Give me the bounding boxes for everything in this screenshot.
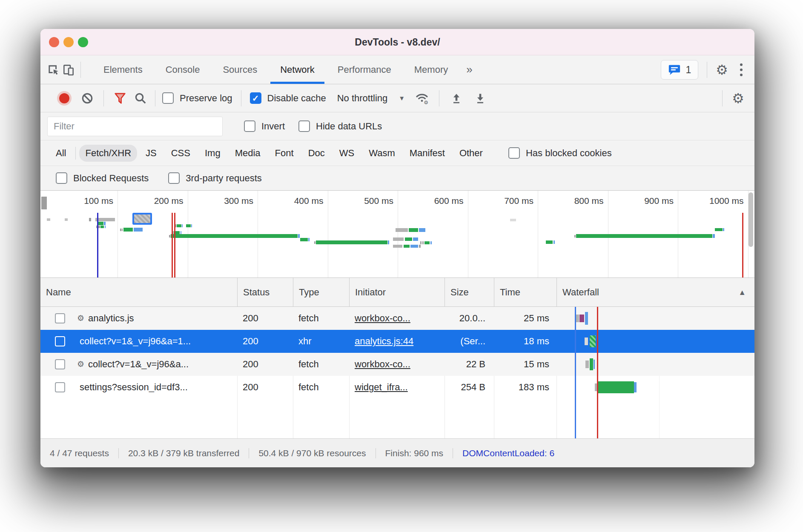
hide-data-urls-checkbox[interactable] [298,120,310,132]
cell-size: (Ser... [445,330,494,353]
overview-tick-label: 800 ms [574,196,608,208]
cell-initiator[interactable]: widget_ifra... [349,376,445,399]
type-filter-wasm[interactable]: Wasm [363,145,401,162]
type-filter-other[interactable]: Other [453,145,489,162]
overview-tick-label: 100 ms [84,196,118,208]
overview-request-bar [546,240,553,244]
clear-network-log-icon[interactable] [77,88,98,109]
disable-cache-control[interactable]: ✓ Disable cache [250,92,326,104]
filter-funnel-icon[interactable] [110,88,130,109]
load-event-marker [597,307,598,438]
waterfall-bar [590,358,593,370]
divider [75,147,76,160]
type-filter-doc[interactable]: Doc [302,145,331,162]
network-settings-gear-icon[interactable]: ⚙ [732,92,744,105]
overview-request-bar [430,241,432,244]
invert-control[interactable]: Invert [244,120,285,132]
blocked-requests-control[interactable]: Blocked Requests [56,172,149,184]
overview-request-bar [510,219,516,221]
request-row[interactable]: ⚙analytics.js200fetchworkbox-co...20.0..… [40,307,754,330]
more-tabs-chevron[interactable]: » [459,63,479,76]
blocked-requests-checkbox[interactable] [56,172,67,184]
network-overview-timeline[interactable]: 100 ms200 ms300 ms400 ms500 ms600 ms700 … [40,191,754,278]
cell-initiator[interactable]: workbox-co... [349,353,445,376]
column-header-size[interactable]: Size [445,278,494,307]
tab-performance[interactable]: Performance [326,55,403,84]
disable-cache-checkbox[interactable]: ✓ [250,92,261,104]
cell-time: 183 ms [494,376,556,399]
request-row[interactable]: ⚙collect?v=1&_v=j96&a...200fetchworkbox-… [40,353,754,376]
waterfall-bar [585,360,589,368]
divider [103,90,104,106]
type-filter-js[interactable]: JS [140,145,163,162]
overview-request-bar [120,229,121,231]
column-header-time[interactable]: Time [494,278,556,307]
preserve-log-control[interactable]: Preserve log [162,92,232,104]
overview-request-bar [47,218,50,221]
waterfall-bar [634,382,637,392]
tab-network[interactable]: Network [269,55,326,84]
row-checkbox[interactable] [55,382,65,392]
export-har-icon[interactable] [470,88,490,109]
inspect-element-icon[interactable] [46,62,61,77]
overview-tick-label: 200 ms [154,196,188,208]
overview-request-bar [424,241,430,244]
network-conditions-icon[interactable]: ⚙ [412,88,432,109]
window-title: DevTools - v8.dev/ [40,29,754,55]
request-row[interactable]: settings?session_id=df3...200fetchwidget… [40,376,754,399]
overview-request-bar [316,240,387,244]
sort-ascending-icon[interactable]: ▲ [738,278,746,307]
divider [439,90,439,106]
tab-console[interactable]: Console [154,55,212,84]
cell-initiator[interactable]: analytics.js:44 [349,330,445,353]
overview-scrollbar-thumb[interactable] [749,192,753,247]
settings-gear-icon[interactable]: ⚙ [716,63,728,77]
search-icon[interactable] [130,88,151,109]
request-row[interactable]: collect?v=1&_v=j96&a=1...200xhranalytics… [40,330,754,353]
overview-request-bar [104,222,106,225]
third-party-requests-control[interactable]: 3rd-party requests [168,172,262,184]
waterfall-bar [579,315,584,322]
main-menu-kebab-icon[interactable] [737,62,746,78]
divider [707,62,707,78]
type-filter-fetch-xhr[interactable]: Fetch/XHR [79,145,137,162]
row-checkbox[interactable] [55,336,65,346]
type-filter-img[interactable]: Img [199,145,227,162]
issues-button[interactable]: 1 [661,60,699,80]
cell-size: 22 B [445,353,494,376]
waterfall-bar [598,381,634,393]
type-filter-font[interactable]: Font [269,145,300,162]
record-network-log-button[interactable] [59,93,69,103]
column-header-status[interactable]: Status [237,278,293,307]
hide-data-urls-control[interactable]: Hide data URLs [298,120,382,132]
filter-input[interactable] [47,117,223,136]
throttling-dropdown[interactable]: No throttling ▼ [337,93,405,104]
tab-sources[interactable]: Sources [211,55,269,84]
third-party-requests-checkbox[interactable] [168,172,180,184]
type-filter-ws[interactable]: WS [333,145,360,162]
overview-request-bar [404,245,410,248]
column-header-name[interactable]: Name [40,278,237,307]
type-filter-media[interactable]: Media [229,145,267,162]
device-toolbar-icon[interactable] [61,62,76,77]
import-har-icon[interactable] [446,88,467,109]
cell-initiator[interactable]: workbox-co... [349,307,445,330]
overview-request-bar [65,218,68,221]
invert-checkbox[interactable] [244,120,255,132]
type-filter-manifest[interactable]: Manifest [404,145,451,162]
overview-request-bar [715,228,723,231]
cell-name: collect?v=1&_v=j96&a=1... [80,330,235,353]
preserve-log-checkbox[interactable] [162,92,174,104]
type-filter-all[interactable]: All [50,145,72,162]
tab-memory[interactable]: Memory [403,55,459,84]
overview-request-bar [100,226,104,228]
has-blocked-cookies-checkbox[interactable] [508,147,520,159]
type-filter-css[interactable]: CSS [165,145,196,162]
row-checkbox[interactable] [55,359,65,369]
row-checkbox[interactable] [55,313,65,323]
column-header-initiator[interactable]: Initiator [349,278,445,307]
has-blocked-cookies-control[interactable]: Has blocked cookies [508,147,612,159]
tab-elements[interactable]: Elements [92,55,154,84]
column-header-type[interactable]: Type [293,278,349,307]
column-header-waterfall[interactable]: Waterfall [556,278,754,307]
